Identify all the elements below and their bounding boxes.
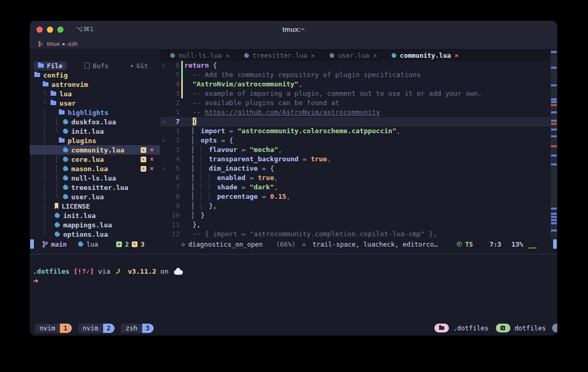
code-line[interactable]: 6 ▏ ▏ ▏ enabled = true, bbox=[160, 173, 551, 183]
tree-item-mason.lua[interactable]: │ │ mason.lua✎× bbox=[30, 164, 160, 173]
tmux-window-nvim-1[interactable]: nvim1 bbox=[35, 324, 72, 333]
code-line[interactable]: ∨2 ▏ opts = { bbox=[160, 136, 551, 145]
close-icon[interactable]: × bbox=[150, 165, 154, 172]
tree-item-astronvim[interactable]: astronvim bbox=[30, 80, 160, 89]
git-sign bbox=[180, 164, 184, 173]
modified-icon: ✎ bbox=[141, 157, 146, 162]
terminal-tab-bar[interactable]: tmux ◂ -zsh bbox=[30, 39, 557, 49]
tree-item-user[interactable]: └ user bbox=[30, 98, 160, 108]
sidebar-tab-file[interactable]: File bbox=[34, 61, 67, 70]
nvim-statusline: main lua + 2 ✎ 3 ⊙ diagnostics_on_open bbox=[30, 239, 557, 249]
code-line[interactable]: 1 ▏ import = "astrocommunity.colorscheme… bbox=[160, 126, 551, 136]
code-segment: = bbox=[237, 183, 249, 191]
tree-item-badges: ✎× bbox=[141, 165, 154, 172]
close-icon[interactable]: × bbox=[226, 52, 230, 59]
close-icon[interactable]: × bbox=[373, 52, 377, 59]
code-line[interactable]: 10 ▏ } bbox=[160, 211, 551, 220]
code-segment bbox=[205, 164, 209, 172]
tree-item-options.lua[interactable]: └ options.lua bbox=[30, 229, 160, 239]
tree-item-plugins[interactable]: │ plugins bbox=[30, 136, 160, 145]
formatter-icon: « bbox=[302, 239, 306, 249]
scrollbar[interactable] bbox=[551, 49, 557, 239]
tree-item-label: init.lua bbox=[63, 212, 96, 220]
close-icon[interactable]: × bbox=[150, 146, 154, 153]
code-line[interactable]: ∨5 ▏ ▏ dim_inactive = { bbox=[160, 164, 551, 173]
tree-item-label: null-ls.lua bbox=[71, 174, 116, 182]
sidebar-tab-bufs[interactable]: Bufs bbox=[80, 61, 112, 70]
code-line[interactable]: 4 "AstroNvim/astrocommunity", bbox=[160, 80, 551, 89]
code-line[interactable]: 1 -- https://github.com/AstroNvim/astroc… bbox=[160, 108, 551, 117]
code-line[interactable]: ∨6return { bbox=[160, 61, 551, 70]
tmux-window-zsh-3[interactable]: zsh3 bbox=[121, 324, 154, 333]
tree-item-user.lua[interactable]: │ └ user.lua bbox=[30, 192, 160, 201]
lua-file-icon bbox=[63, 185, 68, 190]
prompt-input-line[interactable]: ➜ bbox=[33, 276, 557, 286]
buffer-tab-null-ls.lua[interactable]: null-ls.lua× bbox=[163, 49, 237, 61]
code-text: ▏ ▏ transparent_background = true, bbox=[184, 155, 331, 164]
code-segment bbox=[205, 174, 209, 182]
scroll-mark bbox=[551, 216, 557, 218]
cursor-block: { bbox=[193, 118, 197, 125]
tree-item-duskfox.lua[interactable]: │ │ duskfox.lua bbox=[30, 117, 160, 126]
file-icon bbox=[84, 62, 90, 69]
tree-item-treesitter.lua[interactable]: │ │ treesitter.lua bbox=[30, 183, 160, 192]
tmux-session-.dotfiles[interactable]: .dotfiles bbox=[434, 324, 489, 332]
buffer-tab-treesitter.lua[interactable]: treesitter.lua× bbox=[237, 49, 322, 61]
tree-item-community.lua[interactable]: │ │ community.lua✎× bbox=[30, 145, 160, 155]
buffer-tab-community.lua[interactable]: community.lua× bbox=[384, 49, 466, 61]
line-number: 10 bbox=[167, 211, 180, 220]
tree-item-init.lua[interactable]: │ init.lua bbox=[30, 211, 160, 220]
terminal-tab-label: tmux ◂ -zsh bbox=[47, 40, 78, 47]
code-line[interactable]: 8 ▏ ▏ ▏ percentage = 0.15, bbox=[160, 192, 551, 201]
buffer-tab-user.lua[interactable]: user.lua× bbox=[322, 49, 384, 61]
tree-item-LICENSE[interactable]: │ LICENSE bbox=[30, 201, 160, 211]
code-line[interactable]: 9 ▏ ▏ }, bbox=[160, 201, 551, 211]
tree-item-init.lua[interactable]: │ └ init.lua bbox=[30, 126, 160, 136]
fold-arrow-icon: ∨ bbox=[160, 61, 167, 70]
tree-item-lua[interactable]: └ lua bbox=[30, 89, 160, 98]
line-number: 3 bbox=[167, 145, 180, 155]
tree-item-mappings.lua[interactable]: │ mappings.lua bbox=[30, 220, 160, 229]
tree-item-config[interactable]: config bbox=[30, 70, 160, 80]
fold-column bbox=[160, 220, 167, 229]
code-line[interactable]: 11 }, bbox=[160, 220, 551, 229]
tmux-session-dotfiles[interactable]: dotfiles bbox=[496, 324, 546, 332]
code-area[interactable]: ∨6return {5 -- Add the community reposit… bbox=[160, 61, 551, 239]
code-text: "AstroNvim/astrocommunity", bbox=[184, 80, 303, 89]
tree-item-null-ls.lua[interactable]: │ │ null-ls.lua bbox=[30, 173, 160, 183]
code-line[interactable]: 12 -- { import = "astrocommunity.complet… bbox=[160, 229, 551, 239]
code-segment: opts bbox=[201, 136, 217, 144]
code-line[interactable]: 7 ▏ ▏ ▏ shade = "dark", bbox=[160, 183, 551, 192]
code-line[interactable]: 4 ▏ ▏ transparent_background = true, bbox=[160, 155, 551, 164]
code-segment: = bbox=[217, 136, 229, 144]
code-line[interactable]: 5 -- Add the community repository of plu… bbox=[160, 70, 551, 80]
diagnostics-icon: ⊙ bbox=[181, 240, 185, 248]
close-icon[interactable]: × bbox=[311, 52, 315, 59]
tmux-window-nvim-2[interactable]: nvim2 bbox=[78, 324, 115, 333]
lua-file-icon bbox=[55, 222, 60, 227]
neotree-items: config astronvim └ lua └ user │ highligh… bbox=[30, 70, 160, 239]
editor-pane[interactable]: null-ls.lua×treesitter.lua×user.lua×comm… bbox=[160, 49, 551, 239]
fold-arrow-icon: ∨ bbox=[160, 117, 167, 126]
tree-item-label: core.lua bbox=[71, 156, 104, 163]
fold-column bbox=[160, 201, 167, 211]
scroll-mark bbox=[551, 145, 557, 147]
tree-item-core.lua[interactable]: │ │ core.lua✎× bbox=[30, 155, 160, 164]
code-line[interactable]: 3 ▏ ▏ flavour = "mocha", bbox=[160, 145, 551, 155]
code-line[interactable]: ∨7 { bbox=[160, 117, 551, 126]
code-line[interactable]: 2 -- available plugins can be found at bbox=[160, 98, 551, 108]
code-line[interactable]: 3 -- example of imporing a plugin, comme… bbox=[160, 89, 551, 98]
sidebar-tab-git[interactable]: ◆Git bbox=[126, 61, 152, 70]
shell-pane[interactable]: .dotfiles [!?✓] via v3.11.2 on bbox=[30, 254, 557, 323]
scroll-mark bbox=[551, 111, 557, 113]
line-number: 3 bbox=[167, 89, 180, 98]
close-icon[interactable]: × bbox=[455, 52, 459, 59]
treesitter-label: TS bbox=[465, 240, 473, 248]
git-sign bbox=[180, 61, 184, 70]
code-segment: ▏ bbox=[201, 146, 205, 153]
code-segment: -- bbox=[184, 108, 205, 116]
lua-file-icon bbox=[63, 166, 68, 171]
prompt-git-status: [!?✓] bbox=[73, 267, 94, 276]
tree-item-highlights[interactable]: │ highlights bbox=[30, 108, 160, 117]
close-icon[interactable]: × bbox=[150, 156, 154, 163]
